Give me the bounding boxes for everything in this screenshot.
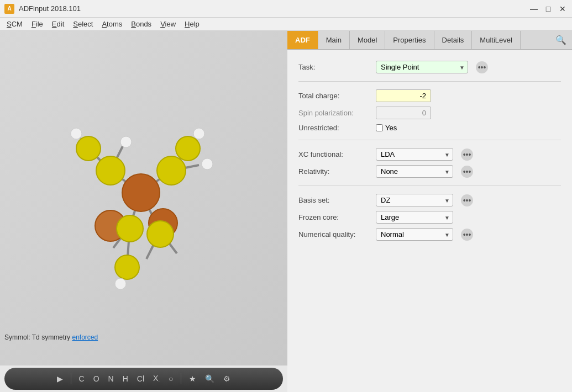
toolbar-star[interactable]: ★ [187,373,198,384]
svg-point-29 [120,136,132,147]
svg-point-26 [193,128,204,139]
svg-point-18 [96,156,125,185]
xc-dropdown-container: LDA GGA Hybrid ▼ [376,148,453,161]
unrestricted-checkbox[interactable] [376,124,383,131]
divider-3 [298,186,561,186]
tab-model[interactable]: Model [350,31,385,49]
relativity-dropdown-wrapper: None Scalar Spin-Orbit ▼ ••• [376,165,473,178]
numerical-dropdown-container: Basic Normal Good VeryGood Excellent ▼ [376,228,453,241]
molecule-canvas[interactable]: Symmol: Td symmetry enforced [0,31,287,365]
task-label: Task: [298,63,376,71]
tab-details[interactable]: Details [434,31,473,49]
unrestricted-label: Unrestricted: [298,124,376,132]
numerical-quality-label: Numerical quality: [298,230,376,239]
basis-more-button[interactable]: ••• [461,194,473,206]
toolbar-hydrogen[interactable]: H [120,373,130,384]
xc-functional-dropdown[interactable]: LDA GGA Hybrid [376,148,453,161]
unrestricted-checkbox-label: Yes [385,124,397,132]
spin-pol-label: Spin polarization: [298,109,376,117]
relativity-dropdown[interactable]: None Scalar Spin-Orbit [376,165,453,178]
numerical-more-button[interactable]: ••• [461,229,473,241]
tab-properties[interactable]: Properties [385,31,434,49]
task-dropdown-container: Single Point Geometry Optimization Frequ… [376,61,468,73]
right-panel: ADF Main Model Properties Details MultiL… [287,31,572,392]
frozen-core-row: Frozen core: None Small Large ▼ [298,211,561,224]
search-icon[interactable]: 🔍 [550,35,572,45]
menu-bonds[interactable]: Bonds [127,19,156,29]
svg-point-25 [71,128,82,139]
numerical-quality-dropdown[interactable]: Basic Normal Good VeryGood Excellent [376,228,453,241]
menu-view[interactable]: View [156,19,180,29]
svg-point-27 [115,278,126,289]
menu-edit[interactable]: Edit [48,19,69,29]
xc-more-button[interactable]: ••• [461,149,473,161]
viewer-panel: Symmol: Td symmetry enforced ▶ C O N H C… [0,31,287,392]
task-row: Task: Single Point Geometry Optimization… [298,61,561,73]
menu-atoms[interactable]: Atoms [97,19,127,29]
task-dropdown-wrapper: Single Point Geometry Optimization Frequ… [376,61,488,73]
window-title: ADFinput 2018.101 [19,4,529,13]
menu-select[interactable]: Select [69,19,97,29]
basis-dropdown-container: DZ DZP TZP TZ2P ▼ [376,194,453,206]
toolbar-oxygen[interactable]: O [91,373,102,384]
menubar: SCM File Edit Select Atoms Bonds View He… [0,18,572,31]
tab-adf[interactable]: ADF [287,31,318,49]
titlebar: A ADFinput 2018.101 — □ ✕ [0,0,572,18]
numerical-dropdown-wrapper: Basic Normal Good VeryGood Excellent ▼ •… [376,228,473,241]
total-charge-label: Total charge: [298,92,376,100]
svg-point-23 [176,136,200,161]
svg-point-22 [76,136,101,161]
menu-scm[interactable]: SCM [2,19,27,29]
main-container: Symmol: Td symmetry enforced ▶ C O N H C… [0,31,572,392]
toolbar-chlorine[interactable]: Cl [135,373,146,384]
svg-point-21 [147,221,174,247]
task-more-button[interactable]: ••• [476,61,488,73]
toolbar-cursor[interactable]: ▶ [55,373,65,384]
molecule-display [39,82,249,314]
toolbar-search[interactable]: 🔍 [203,373,217,384]
menu-help[interactable]: Help [180,19,204,29]
unrestricted-row: Unrestricted: Yes [298,124,561,132]
basis-set-dropdown[interactable]: DZ DZP TZP TZ2P [376,194,453,206]
xc-functional-row: XC functional: LDA GGA Hybrid ▼ ••• [298,148,561,161]
numerical-quality-row: Numerical quality: Basic Normal Good Ver… [298,228,561,241]
frozen-core-dropdown-container: None Small Large ▼ [376,211,453,224]
total-charge-row: Total charge: [298,89,561,102]
close-button[interactable]: ✕ [558,4,568,14]
divider-2 [298,140,561,140]
task-dropdown[interactable]: Single Point Geometry Optimization Frequ… [376,61,468,73]
menu-file[interactable]: File [27,19,48,29]
relativity-row: Relativity: None Scalar Spin-Orbit ▼ ••• [298,165,561,178]
svg-point-15 [122,174,160,211]
svg-point-24 [115,255,139,279]
spin-pol-input[interactable] [376,107,431,119]
toolbar-carbon[interactable]: C [77,373,87,384]
spin-pol-row: Spin polarization: [298,107,561,119]
minimize-button[interactable]: — [529,4,539,14]
frozen-core-dropdown[interactable]: None Small Large [376,211,453,224]
svg-point-28 [202,158,213,169]
xc-dropdown-wrapper: LDA GGA Hybrid ▼ ••• [376,148,473,161]
tab-bar: ADF Main Model Properties Details MultiL… [287,31,572,50]
toolbar-settings[interactable]: ⚙ [221,373,233,384]
total-charge-input[interactable] [376,89,431,102]
app-icon: A [4,4,14,14]
unrestricted-wrapper: Yes [376,124,397,132]
basis-dropdown-wrapper: DZ DZP TZP TZ2P ▼ ••• [376,194,473,206]
basis-set-row: Basis set: DZ DZP TZP TZ2P ▼ ••• [298,194,561,206]
tab-main[interactable]: Main [318,31,350,49]
toolbar-x[interactable]: X· [151,373,162,385]
viewer-toolbar: ▶ C O N H Cl X· ○ ★ 🔍 ⚙ [4,368,283,390]
divider-1 [298,81,561,82]
content-area: Task: Single Point Geometry Optimization… [287,50,572,392]
window-controls: — □ ✕ [529,4,568,14]
toolbar-nitrogen[interactable]: N [106,373,116,384]
svg-point-19 [157,156,186,185]
maximize-button[interactable]: □ [543,4,553,14]
relativity-more-button[interactable]: ••• [461,166,473,178]
toolbar-ring[interactable]: ○ [166,373,175,384]
tab-multilevel[interactable]: MultiLevel [472,31,521,49]
symmetry-link[interactable]: enforced [72,333,98,341]
toolbar-sep-2 [181,373,181,384]
symmetry-label: Symmol: Td symmetry enforced [4,333,98,341]
